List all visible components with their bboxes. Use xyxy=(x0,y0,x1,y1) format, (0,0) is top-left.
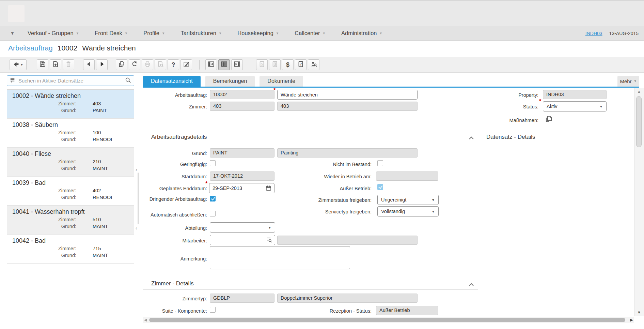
save-button[interactable] xyxy=(37,59,48,70)
grund-name-field: Painting xyxy=(277,148,418,158)
menu-item-tarifstrukturen[interactable]: Tarifstrukturen▼ xyxy=(180,30,222,36)
zimmer-label: Zimmer: xyxy=(7,246,76,251)
record-id: 10002 xyxy=(58,44,77,52)
dollar-button[interactable]: $ xyxy=(282,59,294,70)
suite-komponente-checkbox[interactable] xyxy=(210,307,216,313)
arbeitsauftrag-code-field: 10002 xyxy=(210,90,274,99)
list-item-10042[interactable]: 10042 - Bad Zimmer:715 Grund:MAINT xyxy=(7,235,134,264)
vertical-scrollbar-thumb[interactable] xyxy=(636,96,642,147)
edit-button[interactable] xyxy=(180,59,192,70)
person-search-button[interactable] xyxy=(308,59,319,70)
status-dropdown[interactable]: Aktiv▼ xyxy=(543,101,607,111)
list-item-title: 10002 - Wände streichen xyxy=(7,92,134,100)
print-preview-icon xyxy=(157,61,164,69)
list-item-10041[interactable]: 10041 - Wasserhahn tropft Zimmer:510 Gru… xyxy=(7,206,134,235)
person-search-icon xyxy=(310,61,317,69)
list-item-title: 10039 - Bad xyxy=(7,179,134,186)
chevron-down-icon: ▼ xyxy=(268,226,271,229)
scroll-left-icon[interactable]: ◀ xyxy=(144,318,147,322)
status-label: Status: xyxy=(497,104,538,110)
collapse-chevron-up-icon[interactable] xyxy=(469,282,474,288)
report-pages-icon[interactable] xyxy=(545,115,552,124)
list-item-10040[interactable]: 10040 - Fliese Zimmer:210 Grund:MAINT xyxy=(7,148,134,177)
zimmer-value: 715 xyxy=(93,246,101,251)
undo-button[interactable] xyxy=(129,59,140,70)
next-record-button[interactable] xyxy=(96,59,108,70)
tab-datensatzansicht[interactable]: Datensatzansicht xyxy=(143,76,201,87)
grund-label: Grund: xyxy=(7,166,76,171)
dock-left-button[interactable] xyxy=(205,59,217,70)
tab-dokumente[interactable]: Dokumente xyxy=(260,76,303,87)
more-button[interactable]: Mehr▼ xyxy=(617,76,639,87)
horizontal-scrollbar: ◀ ▶ xyxy=(143,317,634,323)
previous-record-button[interactable] xyxy=(83,59,95,70)
grund-label: Grund: xyxy=(7,253,76,258)
list-item-10002[interactable]: 10002 - Wände streichen Zimmer:403 Grund… xyxy=(7,90,134,119)
door-page-button[interactable] xyxy=(269,59,281,70)
abteilung-dropdown[interactable]: ▼ xyxy=(210,222,275,233)
automatisch-checkbox[interactable] xyxy=(210,211,216,216)
geringfuegig-checkbox[interactable] xyxy=(210,160,216,166)
splitter-expand-icon[interactable]: ‹ xyxy=(136,225,137,230)
required-marker: * xyxy=(539,98,541,104)
print-button[interactable] xyxy=(142,59,153,70)
search-input[interactable] xyxy=(18,77,125,84)
toolbar-separator xyxy=(199,60,200,70)
work-order-list: 10002 - Wände streichen Zimmer:403 Grund… xyxy=(7,89,134,264)
lov-search-icon[interactable] xyxy=(266,237,272,244)
zimmer-label: Zimmer: xyxy=(7,159,76,164)
menu-item-profile[interactable]: Profile▼ xyxy=(143,30,165,36)
tab-bemerkungen[interactable]: Bemerkungen xyxy=(205,76,255,87)
chevron-down-icon: ▼ xyxy=(162,31,165,35)
scroll-up-icon[interactable]: ▲ xyxy=(634,89,644,93)
splitter-collapse-icon[interactable]: › xyxy=(136,167,137,172)
sidebar-search-box xyxy=(7,75,134,86)
dringender-checkbox[interactable] xyxy=(210,196,216,201)
new-record-button[interactable] xyxy=(50,59,61,70)
filter-menu-icon[interactable] xyxy=(10,77,15,84)
horizontal-scrollbar-thumb[interactable] xyxy=(149,318,625,322)
zimmer-label: Zimmer: xyxy=(143,104,207,110)
delete-button[interactable] xyxy=(63,59,74,70)
help-button[interactable]: ? xyxy=(168,59,179,70)
dock-center-icon xyxy=(221,61,227,69)
menu-item-verkauf-gruppen[interactable]: Verkauf - Gruppen▼ xyxy=(28,30,79,36)
splitter-handle[interactable] xyxy=(138,173,139,224)
dock-right-button[interactable] xyxy=(231,59,243,70)
geplantes-enddatum-input[interactable] xyxy=(209,183,274,193)
door-question-button[interactable]: ? xyxy=(295,59,307,70)
nicht-im-bestand-checkbox[interactable] xyxy=(377,160,383,166)
menu-item-housekeeping[interactable]: Housekeeping▼ xyxy=(237,30,279,36)
suite-komponente-label: Suite - Komponente: xyxy=(143,308,207,314)
list-item-10039[interactable]: 10039 - Bad Zimmer:402 Grund:RENOOI xyxy=(7,177,134,206)
door-page-icon xyxy=(271,61,278,69)
dock-center-button[interactable] xyxy=(218,59,230,70)
list-item-10038[interactable]: 10038 - Säubern Zimmer:100 Grund:RENOOI xyxy=(7,119,134,148)
servicetyp-dropdown[interactable]: Vollständig▼ xyxy=(377,206,439,216)
abteilung-label: Abteilung: xyxy=(143,225,207,231)
scroll-down-icon[interactable]: ▼ xyxy=(634,310,644,314)
calendar-icon[interactable] xyxy=(266,185,271,192)
mitarbeiter-input[interactable] xyxy=(210,235,275,245)
menu-chevron-down-icon[interactable]: ▼ xyxy=(10,31,15,36)
menu-item-front-desk[interactable]: Front Desk▼ xyxy=(95,30,128,36)
zimmerstatus-dropdown[interactable]: Ungereinigt▼ xyxy=(377,195,439,205)
property-user-link[interactable]: INDH03 xyxy=(585,31,602,36)
zimmertyp-label: Zimmertyp: xyxy=(143,296,207,302)
anmerkung-textarea[interactable] xyxy=(210,246,350,269)
property-label: Property: xyxy=(497,92,538,98)
back-button[interactable]: ▼ xyxy=(10,59,27,70)
copy-record-button[interactable] xyxy=(116,59,127,70)
zimmer-code-field: 403 xyxy=(210,102,274,111)
zimmer-value: 403 xyxy=(93,101,101,106)
vertical-scrollbar: ▲ ▼ xyxy=(634,88,644,316)
collapse-chevron-up-icon[interactable] xyxy=(469,135,474,141)
scroll-right-icon[interactable]: ▶ xyxy=(630,318,633,322)
door-dollar-button[interactable]: $ xyxy=(256,59,268,70)
search-icon[interactable] xyxy=(125,77,131,85)
print-preview-button[interactable] xyxy=(155,59,166,70)
menu-item-callcenter[interactable]: Callcenter▼ xyxy=(295,30,326,36)
tab-underline xyxy=(143,87,639,88)
arbeitsauftrag-name-input[interactable] xyxy=(277,90,418,100)
menu-item-administration[interactable]: Administration▼ xyxy=(341,30,382,36)
